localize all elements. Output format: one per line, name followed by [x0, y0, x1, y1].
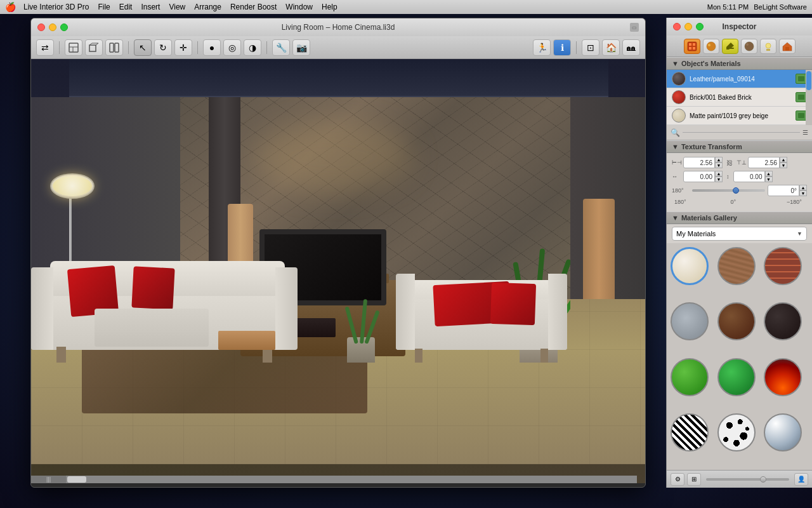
- svg-rect-23: [785, 47, 789, 51]
- gallery-item-green2[interactable]: [717, 358, 756, 396]
- material-item-brick[interactable]: Brick/001 Baked Brick: [667, 88, 812, 107]
- info-btn[interactable]: ℹ: [553, 39, 571, 56]
- material-item-paint[interactable]: Matte paint/1019 grey beige: [667, 107, 812, 125]
- sphere-mode-btn[interactable]: ●: [203, 39, 221, 56]
- gallery-item-fire[interactable]: [764, 358, 802, 396]
- window-resize-button[interactable]: ▭: [630, 23, 639, 32]
- gallery-size-slider[interactable]: [706, 478, 789, 481]
- house-btn[interactable]: 🏠: [602, 39, 620, 56]
- inspector-close-btn[interactable]: [673, 23, 681, 30]
- nav-back-forward-btn[interactable]: ⇄: [36, 39, 54, 56]
- top-view-btn[interactable]: ⊡: [582, 39, 599, 56]
- offset-y-up-btn[interactable]: ▲: [765, 171, 773, 177]
- gallery-item-chrome[interactable]: [764, 413, 802, 451]
- bottom-settings-btn[interactable]: ⚙: [671, 473, 684, 486]
- gallery-item-brown[interactable]: [717, 302, 756, 340]
- materials-scrollbar-thumb[interactable]: [806, 71, 811, 90]
- menu-edit[interactable]: Edit: [119, 3, 133, 11]
- scrollbar-thumb[interactable]: [67, 476, 86, 483]
- menubar-time: Mon 5:11 PM: [707, 3, 749, 11]
- menu-app[interactable]: Live Interior 3D Pro: [23, 3, 89, 11]
- inspector-tab-texture[interactable]: [684, 39, 700, 54]
- gallery-dropdown-row: My Materials ▼: [667, 224, 812, 243]
- inspector-maximize-btn[interactable]: [696, 23, 704, 30]
- angle-input[interactable]: [768, 185, 799, 196]
- texture-section-arrow: ▼: [672, 143, 679, 150]
- menu-arrange[interactable]: Arrange: [194, 3, 221, 11]
- angle-min-label: 180°: [674, 199, 692, 205]
- angle-down-btn[interactable]: ▼: [799, 190, 807, 196]
- leather-swatch: [672, 72, 686, 86]
- gallery-item-cream[interactable]: [671, 247, 709, 285]
- width-down-btn[interactable]: ▼: [715, 163, 723, 168]
- tool-btn[interactable]: 🔧: [272, 39, 290, 56]
- horizontal-scrollbar[interactable]: [66, 476, 637, 483]
- menu-render[interactable]: Render Boost: [230, 3, 277, 11]
- inspector-tab-edit[interactable]: [722, 39, 738, 54]
- half-mode-btn[interactable]: ◑: [244, 39, 261, 56]
- height-up-btn[interactable]: ▲: [780, 157, 787, 163]
- offset-y-down-btn[interactable]: ▼: [765, 177, 773, 182]
- split-view-btn[interactable]: [105, 39, 123, 56]
- camera-btn[interactable]: 📷: [292, 39, 310, 56]
- angle-stepper[interactable]: ▲ ▼: [799, 185, 807, 196]
- offset-x-input[interactable]: [683, 171, 715, 182]
- floor-plan-btn[interactable]: [65, 39, 82, 56]
- menu-window[interactable]: Window: [285, 3, 313, 11]
- svg-point-19: [766, 43, 771, 48]
- offset-y-input[interactable]: [733, 171, 765, 182]
- offset-y-stepper[interactable]: ▲ ▼: [765, 171, 773, 182]
- gallery-item-dark[interactable]: [764, 302, 802, 340]
- rooms-btn[interactable]: 🏘: [622, 39, 640, 56]
- gallery-item-brick[interactable]: [764, 247, 802, 285]
- rotate-tool-btn[interactable]: ↻: [154, 39, 172, 56]
- height-stepper[interactable]: ▲ ▼: [780, 157, 787, 168]
- offset-x-up-btn[interactable]: ▲: [715, 171, 723, 177]
- inspector-tab-material[interactable]: [703, 39, 719, 54]
- gallery-item-stone[interactable]: [671, 302, 709, 340]
- select-tool-btn[interactable]: ↖: [134, 39, 152, 56]
- gallery-item-wood[interactable]: [717, 247, 756, 285]
- maximize-button[interactable]: [60, 23, 68, 31]
- bottom-grid-btn[interactable]: ⊞: [687, 473, 701, 486]
- materials-scrollbar[interactable]: [806, 70, 812, 125]
- angle-slider-track[interactable]: [692, 189, 765, 192]
- material-item-leather[interactable]: Leather/pamela_09014: [667, 70, 812, 88]
- height-down-btn[interactable]: ▼: [780, 163, 787, 168]
- menu-help[interactable]: Help: [322, 3, 337, 11]
- bottom-person-icon[interactable]: 👤: [794, 473, 808, 486]
- width-up-btn[interactable]: ▲: [715, 157, 723, 163]
- inspector-tab-light[interactable]: [760, 39, 776, 54]
- paint-swatch: [672, 109, 686, 123]
- angle-slider-thumb[interactable]: [733, 187, 739, 194]
- inspector-tab-house[interactable]: [779, 39, 796, 54]
- gallery-item-green1[interactable]: [671, 358, 709, 396]
- gallery-size-thumb[interactable]: [760, 476, 766, 483]
- close-button[interactable]: [37, 23, 45, 31]
- height-input[interactable]: [748, 157, 780, 168]
- offset-x-down-btn[interactable]: ▼: [715, 177, 723, 182]
- 3d-view-btn[interactable]: [85, 39, 103, 56]
- menu-insert[interactable]: Insert: [141, 3, 160, 11]
- width-input[interactable]: [683, 157, 715, 168]
- move-tool-btn[interactable]: ✛: [174, 39, 192, 56]
- viewport-3d[interactable]: |||: [31, 59, 646, 483]
- width-stepper[interactable]: ▲ ▼: [715, 157, 723, 168]
- menu-file[interactable]: File: [98, 3, 110, 11]
- angle-up-btn[interactable]: ▲: [799, 185, 807, 190]
- minimize-button[interactable]: [49, 23, 56, 31]
- scrollbar-grip[interactable]: |||: [31, 476, 66, 483]
- more-options-icon[interactable]: ☰: [802, 129, 808, 136]
- ring-mode-btn[interactable]: ◎: [223, 39, 241, 56]
- gallery-item-zebra[interactable]: [671, 413, 709, 451]
- angle-max-label: −180°: [787, 199, 804, 205]
- gallery-item-spots[interactable]: [717, 413, 756, 451]
- offset-x-stepper[interactable]: ▲ ▼: [715, 171, 723, 182]
- inspector-minimize-btn[interactable]: [684, 23, 692, 30]
- gallery-dropdown[interactable]: My Materials ▼: [672, 227, 807, 241]
- menu-view[interactable]: View: [169, 3, 185, 11]
- apple-menu[interactable]: 🍎: [5, 2, 16, 12]
- inspector-tab-leather[interactable]: [741, 39, 757, 54]
- walk-btn[interactable]: 🏃: [533, 39, 551, 56]
- angle-zero-label: 0°: [731, 199, 749, 205]
